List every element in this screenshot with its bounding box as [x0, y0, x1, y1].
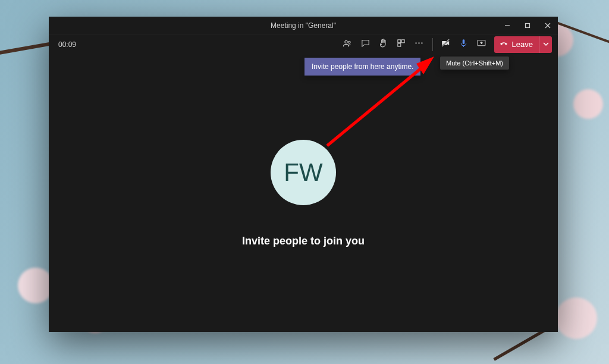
toolbar-divider [432, 38, 433, 51]
svg-rect-1 [526, 24, 530, 28]
camera-button[interactable] [438, 36, 454, 53]
close-button[interactable] [538, 17, 558, 34]
maximize-button[interactable] [517, 17, 538, 34]
raise-hand-button[interactable] [375, 36, 392, 53]
breakout-rooms-button[interactable] [393, 36, 410, 53]
camera-off-icon [441, 38, 451, 51]
window-title: Meeting in "General" [271, 21, 336, 30]
invite-heading: Invite people to join you [242, 235, 365, 247]
svg-point-4 [345, 40, 347, 43]
chat-icon [360, 38, 371, 51]
svg-rect-15 [463, 39, 465, 44]
microphone-icon [459, 38, 469, 51]
leave-button[interactable]: Leave [494, 36, 552, 53]
chevron-down-icon [543, 40, 549, 49]
hangup-icon [499, 39, 508, 50]
rooms-icon [396, 38, 406, 51]
svg-rect-7 [401, 40, 404, 43]
svg-rect-6 [398, 40, 401, 43]
svg-point-9 [415, 42, 416, 43]
share-button[interactable] [473, 36, 490, 53]
minimize-button[interactable] [497, 17, 517, 34]
participants-button[interactable] [340, 36, 356, 53]
svg-point-11 [421, 42, 422, 43]
hand-icon [378, 38, 388, 51]
call-timer: 00:09 [55, 40, 76, 49]
chat-button[interactable] [357, 36, 374, 53]
svg-point-5 [349, 41, 351, 43]
leave-label: Leave [512, 40, 533, 49]
avatar-initials: FW [284, 158, 322, 187]
svg-point-10 [418, 42, 419, 43]
leave-dropdown[interactable] [539, 36, 552, 53]
ellipsis-icon [414, 38, 424, 51]
more-actions-button[interactable] [411, 36, 428, 53]
meeting-window: Meeting in "General" 00:09 [49, 17, 558, 332]
share-screen-icon [476, 38, 486, 51]
people-icon [343, 38, 353, 51]
svg-rect-8 [398, 43, 401, 46]
meeting-toolbar: 00:09 [49, 34, 558, 55]
mute-tooltip: Mute (Ctrl+Shift+M) [440, 57, 509, 70]
meeting-stage: FW Invite people to join you [49, 55, 558, 332]
invite-tooltip: Invite people from here anytime. [304, 58, 420, 76]
window-controls [497, 17, 558, 34]
titlebar: Meeting in "General" [49, 17, 558, 34]
microphone-button[interactable] [456, 36, 472, 53]
avatar: FW [271, 140, 336, 205]
